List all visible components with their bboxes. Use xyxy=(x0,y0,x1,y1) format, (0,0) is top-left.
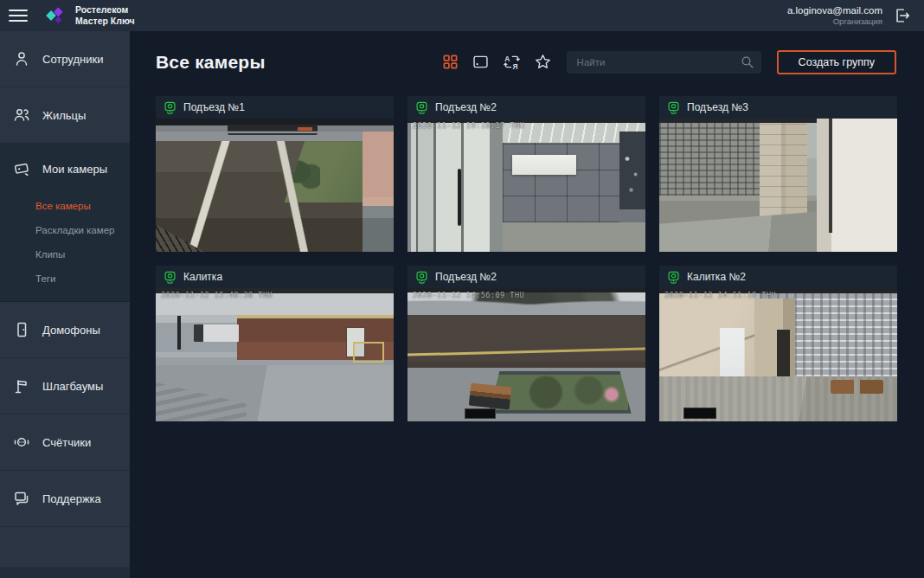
employee-icon xyxy=(12,49,31,68)
user-account[interactable]: a.loginova@mail.com Организация xyxy=(787,5,882,26)
sidebar-subitem-tags[interactable]: Теги xyxy=(0,267,130,291)
thumb-layer xyxy=(512,155,576,175)
sidebar-item-my-cameras[interactable]: Мои камеры xyxy=(0,144,130,194)
camera-card[interactable]: Подъезд №2 2020-11-12 19:10:17 THU xyxy=(407,96,645,252)
brand-logo[interactable]: Ростелеком Мастер Ключ xyxy=(42,3,135,29)
camera-online-icon xyxy=(667,101,680,114)
search-icon xyxy=(740,55,755,70)
sidebar-item-label: Поддержка xyxy=(42,492,101,505)
camera-online-icon xyxy=(164,271,176,284)
barrier-icon xyxy=(12,376,31,395)
thumb-layer xyxy=(817,119,898,252)
layout-view-button[interactable] xyxy=(472,53,490,71)
rostelecom-logo-icon xyxy=(42,3,68,29)
thumb-layer xyxy=(194,324,239,342)
create-group-button[interactable]: Создать группу xyxy=(777,50,896,74)
sidebar-item-label: Шлагбаумы xyxy=(42,380,103,393)
camera-online-icon xyxy=(667,271,680,284)
camera-card[interactable]: Подъезд №1 xyxy=(156,96,394,252)
camera-timestamp-overlay: 2020-11-12 14:51:18 THU xyxy=(664,291,776,299)
thumb-layer xyxy=(659,376,897,421)
logout-button[interactable] xyxy=(893,6,912,25)
sidebar-item-intercoms[interactable]: Домофоны xyxy=(0,302,130,358)
residents-icon xyxy=(12,106,31,125)
brand-name: Ростелеком Мастер Ключ xyxy=(75,4,135,27)
camera-card-header: Подъезд №2 xyxy=(407,266,645,288)
sidebar-subitem-clips[interactable]: Клипы xyxy=(0,242,130,267)
thumb-layer xyxy=(156,141,394,252)
svg-text:Я: Я xyxy=(512,62,517,71)
sidebar-item-residents[interactable]: Жильцы xyxy=(0,87,130,144)
camera-thumbnail[interactable]: 2020-11-12 14:56:09 THU xyxy=(407,288,645,421)
search-input[interactable] xyxy=(567,51,761,74)
camera-grid: Подъезд №1 Подъезд №2 2020-11-12 19:10:1… xyxy=(156,96,924,421)
camera-card[interactable]: Калитка 2020-11-12 15:48:38 THU xyxy=(156,266,394,421)
sidebar: Сотрудники Жильцы Мои камеры Все камеры … xyxy=(0,31,130,578)
sidebar-subitem-camera-layouts[interactable]: Раскладки камер xyxy=(0,218,130,242)
thumb-layer xyxy=(468,383,510,410)
user-email: a.loginova@mail.com xyxy=(787,5,882,16)
camera-name: Подъезд №3 xyxy=(687,101,748,113)
sidebar-filler xyxy=(0,527,130,578)
grid-view-button[interactable] xyxy=(442,54,459,70)
camera-name: Подъезд №2 xyxy=(435,101,497,113)
camera-timestamp-overlay: 2020-11-12 15:48:38 THU xyxy=(161,291,273,299)
camera-card[interactable]: Подъезд №2 2020-11-12 14:56:09 THU xyxy=(407,266,645,421)
topbar: Ростелеком Мастер Ключ a.loginova@mail.c… xyxy=(0,0,924,31)
sidebar-subitem-all-cameras[interactable]: Все камеры xyxy=(0,194,130,218)
camera-thumbnail[interactable]: 2020-11-12 14:51:18 THU xyxy=(659,288,897,421)
support-icon xyxy=(12,489,31,508)
camera-card-header: Подъезд №2 xyxy=(407,96,645,119)
sidebar-item-barriers[interactable]: Шлагбаумы xyxy=(0,358,130,414)
view-toolbar: A Я xyxy=(442,53,552,71)
camera-card-header: Калитка №2 xyxy=(659,266,897,288)
meter-icon xyxy=(12,433,31,452)
logout-icon xyxy=(893,6,912,25)
sort-button[interactable]: A Я xyxy=(503,53,521,71)
camera-name: Калитка xyxy=(183,271,222,283)
thumb-layer xyxy=(659,212,817,252)
star-icon xyxy=(534,53,552,71)
camera-name: Подъезд №2 xyxy=(435,271,497,283)
camera-online-icon xyxy=(415,271,428,284)
main-content: Все камеры A Я xyxy=(130,31,924,578)
sidebar-item-employees[interactable]: Сотрудники xyxy=(0,31,130,87)
sidebar-item-meters[interactable]: Счётчики xyxy=(0,414,130,471)
hamburger-menu-icon[interactable] xyxy=(9,9,28,22)
thumb-layer xyxy=(407,123,503,252)
camera-card-header: Калитка xyxy=(156,266,394,288)
thumb-layer xyxy=(353,342,384,363)
svg-text:A: A xyxy=(504,55,510,63)
main-header: Все камеры A Я xyxy=(130,31,924,74)
thumb-layer xyxy=(760,123,807,219)
camera-online-icon xyxy=(164,101,176,114)
camera-card-header: Подъезд №3 xyxy=(659,96,897,119)
user-organization: Организация xyxy=(787,16,882,26)
camera-thumbnail[interactable]: 2020-11-12 15:48:38 THU xyxy=(156,288,394,421)
thumb-layer xyxy=(407,348,645,356)
page-title: Все камеры xyxy=(156,52,266,73)
search-box xyxy=(567,51,761,74)
sidebar-item-label: Сотрудники xyxy=(42,53,103,66)
sidebar-item-label: Счётчики xyxy=(42,436,91,449)
thumb-layer xyxy=(619,132,645,209)
intercom-icon xyxy=(12,320,31,339)
layout-view-icon xyxy=(472,53,490,71)
sidebar-item-support[interactable]: Поддержка xyxy=(0,471,130,527)
thumb-layer xyxy=(659,123,760,196)
sidebar-item-label: Жильцы xyxy=(42,109,86,122)
grid-view-icon xyxy=(442,54,459,70)
camera-card[interactable]: Калитка №2 2020-11-12 14:51:18 THU xyxy=(659,266,897,421)
favorites-button[interactable] xyxy=(534,53,552,71)
thumb-layer xyxy=(228,125,318,135)
camera-name: Калитка №2 xyxy=(687,271,746,283)
camera-icon xyxy=(12,159,31,178)
thumb-layer xyxy=(156,365,394,421)
camera-timestamp-overlay: 2020-11-12 19:10:17 THU xyxy=(413,121,524,130)
camera-thumbnail[interactable]: 2020-11-12 19:10:17 THU xyxy=(407,119,645,252)
camera-name: Подъезд №1 xyxy=(183,101,245,113)
camera-card[interactable]: Подъезд №3 xyxy=(659,96,897,252)
camera-card-header: Подъезд №1 xyxy=(156,96,394,119)
camera-thumbnail[interactable] xyxy=(156,119,394,252)
camera-thumbnail[interactable] xyxy=(659,119,897,252)
